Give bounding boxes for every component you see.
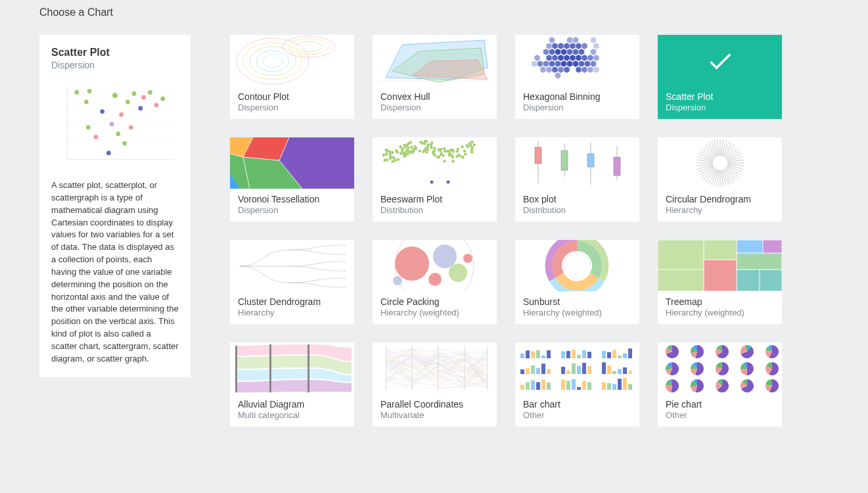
chart-card-contour-plot[interactable]: Contour Plot Dispersion (230, 35, 354, 119)
svg-point-153 (418, 149, 421, 153)
svg-point-220 (457, 154, 460, 157)
svg-point-11 (110, 122, 114, 127)
card-category: Distribution (380, 205, 489, 215)
svg-point-200 (440, 148, 443, 151)
svg-rect-350 (618, 356, 622, 358)
chart-card-alluvial-diagram[interactable]: Alluvial Diagram Multi categorical (230, 342, 354, 427)
svg-text:—: — (343, 260, 346, 263)
svg-point-222 (385, 153, 388, 156)
svg-rect-347 (602, 351, 606, 358)
svg-point-25 (122, 141, 127, 146)
svg-rect-360 (566, 371, 570, 374)
chart-card-circular-dendrogram[interactable]: Circular Dendrogram Hierarchy (658, 137, 782, 222)
svg-point-170 (432, 153, 436, 156)
svg-rect-359 (561, 367, 565, 374)
svg-point-223 (456, 150, 459, 153)
svg-point-192 (451, 160, 455, 163)
card-category: Dispersion (238, 205, 346, 215)
svg-point-143 (464, 153, 467, 156)
card-category: Dispersion (380, 103, 489, 112)
card-category: Dispersion (666, 103, 774, 112)
chart-card-hexagonal-binning[interactable]: Hexagonal Binning Dispersion (515, 35, 639, 119)
svg-rect-382 (587, 383, 591, 390)
svg-rect-313 (737, 270, 760, 291)
svg-rect-373 (531, 381, 535, 390)
svg-rect-386 (618, 379, 622, 390)
chart-grid: Contour Plot Dispersion (230, 35, 829, 427)
svg-rect-289 (230, 240, 354, 291)
svg-point-18 (148, 90, 152, 95)
svg-rect-309 (704, 260, 737, 291)
svg-point-166 (461, 156, 465, 159)
card-title: Treemap (666, 296, 774, 307)
card-title: Pie chart (666, 399, 774, 410)
card-thumbnail (658, 240, 782, 291)
card-thumbnail (658, 137, 782, 189)
svg-rect-370 (628, 371, 632, 374)
svg-point-186 (389, 157, 392, 160)
chart-card-treemap[interactable]: Treemap Hierarchy (weighted) (658, 240, 782, 324)
svg-rect-362 (577, 366, 581, 374)
svg-rect-339 (541, 356, 545, 358)
svg-point-182 (451, 156, 455, 159)
chart-card-scatter-plot[interactable]: Scatter Plot Dispersion (658, 35, 782, 119)
svg-rect-230 (515, 137, 639, 189)
svg-rect-358 (547, 369, 551, 374)
svg-rect-310 (737, 240, 763, 253)
detail-category: Dispersion (51, 60, 179, 70)
svg-point-201 (430, 144, 433, 147)
chart-card-cluster-dendrogram[interactable]: ——— ——— Cluster Dendrogram Hierarchy (230, 240, 354, 324)
svg-point-194 (383, 158, 386, 162)
card-category: Hierarchy (weighted) (666, 308, 774, 317)
card-title: Convex Hull (380, 91, 489, 102)
svg-rect-363 (582, 363, 586, 374)
svg-rect-356 (536, 368, 540, 374)
chart-card-sunburst[interactable]: Sunburst Hierarchy (weighted) (515, 240, 639, 324)
card-thumbnail (373, 342, 497, 394)
card-thumbnail: ——— ——— (230, 240, 354, 291)
svg-rect-387 (623, 378, 627, 390)
svg-point-23 (106, 151, 111, 155)
chart-card-box-plot[interactable]: Box plot Distribution (515, 137, 639, 222)
svg-rect-384 (607, 383, 611, 390)
svg-rect-335 (520, 354, 524, 358)
card-category: Distribution (523, 205, 631, 215)
chart-card-beeswarm-plot[interactable]: Beeswarm Plot Distribution (373, 137, 497, 222)
svg-point-24 (116, 131, 120, 136)
svg-point-303 (463, 254, 472, 263)
svg-rect-344 (577, 355, 581, 358)
svg-point-209 (385, 149, 388, 152)
svg-point-226 (388, 151, 392, 154)
svg-point-129 (463, 149, 467, 153)
svg-rect-345 (582, 350, 586, 358)
card-title: Circle Packing (380, 296, 489, 307)
chart-card-convex-hull[interactable]: Convex Hull Dispersion (373, 35, 497, 119)
svg-point-229 (447, 181, 450, 184)
svg-point-187 (472, 143, 476, 147)
svg-point-134 (382, 154, 385, 157)
svg-point-13 (119, 112, 124, 117)
svg-point-188 (470, 146, 474, 149)
chart-card-pie-chart[interactable]: Pie chart Other (658, 342, 782, 427)
svg-text:—: — (343, 243, 346, 246)
svg-point-160 (423, 140, 426, 143)
chart-card-bar-chart[interactable]: Bar chart Other (515, 342, 639, 427)
svg-point-171 (403, 153, 407, 156)
chart-card-parallel-coordinates[interactable]: Parallel Coordinates Multivariate (373, 342, 497, 427)
svg-rect-371 (520, 385, 524, 390)
chart-detail-panel: Scatter Plot Dispersion (39, 35, 191, 377)
svg-rect-366 (607, 365, 611, 374)
svg-point-22 (86, 125, 91, 129)
detail-description: A scatter plot, scatterplot, or scatterg… (51, 179, 179, 365)
svg-point-12 (112, 93, 118, 98)
svg-point-16 (138, 106, 143, 110)
svg-rect-352 (628, 348, 632, 358)
card-thumbnail (230, 342, 354, 394)
chart-card-circle-packing[interactable]: Circle Packing Hierarchy (weighted) (373, 240, 497, 324)
chart-card-voronoi-tessellation[interactable]: Voronoi Tessellation Dispersion (230, 137, 354, 222)
check-icon (706, 47, 735, 76)
svg-point-178 (397, 158, 400, 161)
svg-text:—: — (343, 276, 346, 279)
svg-point-176 (446, 150, 449, 153)
detail-thumbnail (51, 78, 179, 170)
